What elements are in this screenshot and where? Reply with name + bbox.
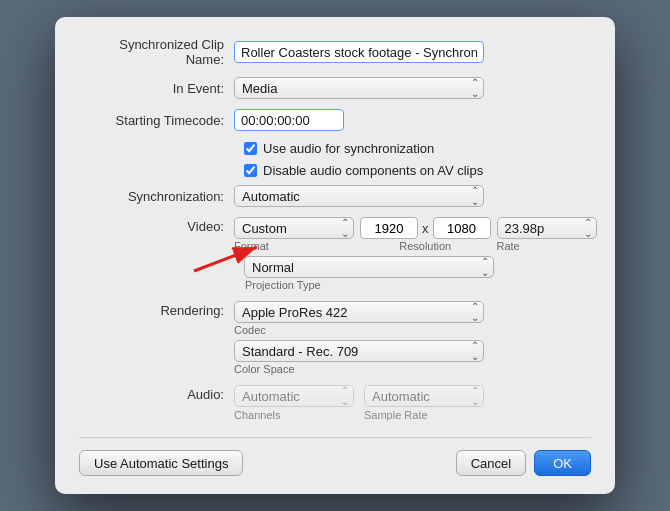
rate-select[interactable]: 23.98p bbox=[497, 217, 597, 239]
codec-select[interactable]: Apple ProRes 422 bbox=[234, 301, 484, 323]
resolution-group: x Resolution bbox=[360, 217, 491, 252]
video-label: Video: bbox=[79, 217, 234, 234]
cancel-button[interactable]: Cancel bbox=[456, 450, 526, 476]
sample-rate-select[interactable]: Automatic bbox=[364, 385, 484, 407]
clip-name-input[interactable] bbox=[234, 41, 484, 63]
use-automatic-button[interactable]: Use Automatic Settings bbox=[79, 450, 243, 476]
format-wrapper: Custom ⌃⌄ bbox=[234, 217, 354, 239]
channels-wrapper: Automatic ⌃⌄ bbox=[234, 385, 354, 407]
clip-name-label: Synchronized Clip Name: bbox=[79, 37, 234, 67]
in-event-row: In Event: Media ⌃⌄ bbox=[79, 77, 591, 99]
codec-sublabel: Codec bbox=[234, 324, 484, 336]
color-space-sublabel: Color Space bbox=[234, 363, 484, 375]
color-space-select[interactable]: Standard - Rec. 709 bbox=[234, 340, 484, 362]
synchronization-wrapper: Automatic ⌃⌄ bbox=[234, 185, 484, 207]
color-space-wrapper: Standard - Rec. 709 ⌃⌄ bbox=[234, 340, 484, 362]
resolution-inputs: x bbox=[360, 217, 491, 239]
channels-select[interactable]: Automatic bbox=[234, 385, 354, 407]
audio-label: Audio: bbox=[79, 385, 234, 402]
channels-sublabel: Channels bbox=[234, 409, 354, 421]
disable-audio-label[interactable]: Disable audio components on AV clips bbox=[263, 163, 483, 178]
rate-sublabel: Rate bbox=[497, 240, 597, 252]
rate-group: 23.98p ⌃⌄ Rate bbox=[497, 217, 597, 252]
projection-row: Normal ⌃⌄ Projection Type bbox=[79, 256, 591, 291]
synchronization-select[interactable]: Automatic bbox=[234, 185, 484, 207]
projection-select[interactable]: Normal bbox=[244, 256, 494, 278]
ok-button[interactable]: OK bbox=[534, 450, 591, 476]
clip-name-row: Synchronized Clip Name: bbox=[79, 37, 591, 67]
video-row: Video: Custom ⌃⌄ Format bbox=[79, 217, 591, 252]
projection-sublabel: Projection Type bbox=[244, 279, 591, 291]
in-event-wrapper: Media ⌃⌄ bbox=[234, 77, 484, 99]
channels-field: Automatic ⌃⌄ Channels bbox=[234, 385, 354, 421]
in-event-label: In Event: bbox=[79, 81, 234, 96]
rendering-row: Rendering: Apple ProRes 422 ⌃⌄ Codec bbox=[79, 301, 591, 336]
projection-wrapper: Normal ⌃⌄ bbox=[244, 256, 494, 278]
audio-row: Audio: Automatic ⌃⌄ Channels Automatic ⌃… bbox=[79, 385, 591, 421]
rendering-label: Rendering: bbox=[79, 301, 234, 318]
right-buttons: Cancel OK bbox=[456, 450, 591, 476]
codec-wrapper: Apple ProRes 422 ⌃⌄ bbox=[234, 301, 484, 323]
color-space-group: Standard - Rec. 709 ⌃⌄ Color Space bbox=[234, 340, 484, 375]
timecode-label: Starting Timecode: bbox=[79, 113, 234, 128]
format-select[interactable]: Custom bbox=[234, 217, 354, 239]
synchronization-label: Synchronization: bbox=[79, 189, 234, 204]
sample-rate-sublabel: Sample Rate bbox=[364, 409, 484, 421]
sample-rate-field: Automatic ⌃⌄ Sample Rate bbox=[364, 385, 484, 421]
format-group: Custom ⌃⌄ Format bbox=[234, 217, 354, 252]
use-audio-row: Use audio for synchronization bbox=[79, 141, 591, 156]
timecode-row: Starting Timecode: bbox=[79, 109, 591, 131]
bottom-bar: Use Automatic Settings Cancel OK bbox=[79, 437, 591, 476]
audio-controls: Automatic ⌃⌄ Channels Automatic ⌃⌄ Sampl… bbox=[234, 385, 484, 421]
disable-audio-row: Disable audio components on AV clips bbox=[79, 163, 591, 178]
video-controls-row: Custom ⌃⌄ Format x Resolution bbox=[234, 217, 597, 252]
format-sublabel: Format bbox=[234, 240, 354, 252]
in-event-select[interactable]: Media bbox=[234, 77, 484, 99]
rate-wrapper: 23.98p ⌃⌄ bbox=[497, 217, 597, 239]
height-input[interactable] bbox=[433, 217, 491, 239]
dialog-container: Synchronized Clip Name: In Event: Media … bbox=[55, 17, 615, 494]
use-audio-label[interactable]: Use audio for synchronization bbox=[263, 141, 434, 156]
resolution-sublabel: Resolution bbox=[399, 240, 451, 252]
timecode-input[interactable] bbox=[234, 109, 344, 131]
disable-audio-checkbox[interactable] bbox=[244, 164, 257, 177]
sample-rate-wrapper: Automatic ⌃⌄ bbox=[364, 385, 484, 407]
resolution-separator: x bbox=[422, 221, 429, 236]
use-audio-checkbox[interactable] bbox=[244, 142, 257, 155]
synchronization-row: Synchronization: Automatic ⌃⌄ bbox=[79, 185, 591, 207]
rendering-group: Apple ProRes 422 ⌃⌄ Codec bbox=[234, 301, 484, 336]
color-space-row: Standard - Rec. 709 ⌃⌄ Color Space bbox=[79, 340, 591, 375]
width-input[interactable] bbox=[360, 217, 418, 239]
